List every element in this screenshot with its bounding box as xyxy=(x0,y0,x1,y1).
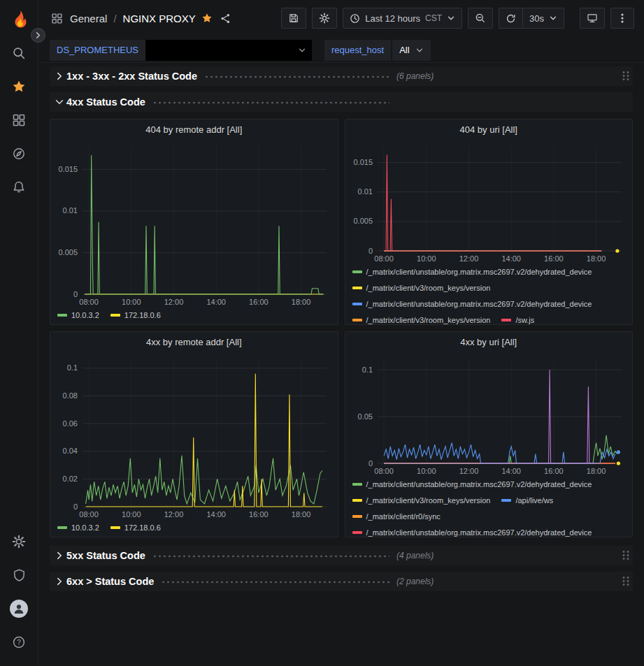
dashboards-icon xyxy=(12,113,26,127)
svg-text:0.1: 0.1 xyxy=(67,363,78,372)
panel-404-by-uri: 404 by uri [All] 08:0010:0012:0014:0016:… xyxy=(345,119,634,325)
row-drag-handle[interactable] xyxy=(622,71,630,82)
refresh-icon xyxy=(506,13,516,24)
sidebar-expand-button[interactable] xyxy=(31,28,45,43)
legend-item[interactable]: /_matrix/client/v3/room_keys/version xyxy=(352,315,491,325)
svg-text:16:00: 16:00 xyxy=(249,298,269,306)
sidebar-item-alerting[interactable] xyxy=(0,171,38,204)
row-dotted-leader xyxy=(152,101,389,104)
gear-icon xyxy=(319,13,330,24)
chart-404-by-remote-addr[interactable]: 08:0010:0012:0014:0016:0018:0000.0050.01… xyxy=(50,139,338,308)
svg-text:14:00: 14:00 xyxy=(206,298,226,306)
flame-icon xyxy=(8,10,29,31)
breadcrumb: General / NGINX PROXY xyxy=(51,13,231,24)
panel-title[interactable]: 404 by uri [All] xyxy=(345,120,633,139)
svg-text:18:00: 18:00 xyxy=(586,254,606,263)
sidebar-item-profile[interactable] xyxy=(0,592,38,625)
row-dotted-leader xyxy=(204,75,389,78)
favorite-star-icon[interactable] xyxy=(201,13,213,24)
chart-canvas: 08:0010:0012:0014:0016:0018:0000.020.040… xyxy=(50,352,338,521)
chart-canvas: 08:0010:0012:0014:0016:0018:0000.0050.01… xyxy=(345,139,633,265)
sidebar-item-dashboards[interactable] xyxy=(0,103,38,137)
legend-label: /_matrix/client/v3/room_keys/version xyxy=(366,496,491,505)
legend-label: /_matrix/client/unstable/org.matrix.msc2… xyxy=(366,268,592,276)
dashboard-title[interactable]: NGINX PROXY xyxy=(123,13,196,24)
chevron-right-icon xyxy=(52,577,66,586)
save-dashboard-button[interactable] xyxy=(281,8,306,29)
sidebar-item-search[interactable] xyxy=(0,36,38,70)
svg-text:10:00: 10:00 xyxy=(122,298,141,306)
legend-item[interactable]: /_matrix/client/unstable/org.matrix.msc2… xyxy=(352,267,592,277)
main-area: General / NGINX PROXY xyxy=(38,0,644,666)
sidebar-item-explore[interactable] xyxy=(0,137,38,171)
variable-request-host-value[interactable]: All xyxy=(392,40,430,61)
sidebar-bottom-group: ? xyxy=(0,525,38,659)
panel-title[interactable]: 404 by remote addr [All] xyxy=(50,120,338,139)
share-icon[interactable] xyxy=(220,13,231,24)
chart-canvas: 08:0010:0012:0014:0016:0018:0000.0050.01… xyxy=(50,139,338,308)
svg-text:12:00: 12:00 xyxy=(164,510,184,519)
chart-404-by-uri[interactable]: 08:0010:0012:0014:0016:0018:0000.0050.01… xyxy=(345,139,633,265)
row-dotted-leader xyxy=(152,555,389,558)
sidebar-item-server-admin[interactable] xyxy=(0,558,38,592)
zoom-out-button[interactable] xyxy=(468,8,493,29)
legend-item[interactable]: 172.18.0.6 xyxy=(110,310,161,320)
legend-item[interactable]: /_matrix/client/v3/room_keys/version xyxy=(352,495,491,505)
legend-label: 172.18.0.6 xyxy=(124,523,161,532)
refresh-interval-dropdown[interactable]: 30s xyxy=(522,8,564,29)
more-options-kebab-button[interactable] xyxy=(610,8,634,29)
chart-4xx-by-remote-addr[interactable]: 08:0010:0012:0014:0016:0018:0000.020.040… xyxy=(50,352,338,521)
legend-label: 10.0.3.2 xyxy=(71,311,99,319)
svg-text:0.06: 0.06 xyxy=(63,419,78,428)
legend-item[interactable]: /_matrix/client/v3/room_keys/version xyxy=(352,283,491,293)
svg-text:12:00: 12:00 xyxy=(459,254,478,263)
legend-item[interactable]: /_matrix/client/unstable/org.matrix.msc2… xyxy=(352,299,592,309)
variable-ds-prometheus-value[interactable] xyxy=(145,40,312,61)
sidebar-item-help[interactable]: ? xyxy=(0,625,38,659)
chart-legend: /_matrix/client/unstable/org.matrix.msc2… xyxy=(345,265,633,325)
row-4xx[interactable]: 4xx Status Code xyxy=(50,92,633,112)
panel-title[interactable]: 4xx by uri [All] xyxy=(345,332,633,352)
svg-text:0.01: 0.01 xyxy=(63,206,78,215)
variable-ds-prometheus-label[interactable]: DS_PROMETHEUS xyxy=(50,40,145,61)
row-drag-handle[interactable] xyxy=(622,550,630,561)
legend-item[interactable]: /sw.js xyxy=(501,315,534,325)
legend-item[interactable]: 10.0.3.2 xyxy=(57,523,99,533)
panel-title[interactable]: 4xx by remote addr [All] xyxy=(50,332,338,352)
row-1xx-3xx-2xx[interactable]: 1xx - 3xx - 2xx Status Code (6 panels) xyxy=(50,66,633,86)
legend-item[interactable]: /_matrix/client/r0/sync xyxy=(352,512,441,521)
legend-label: /api/live/ws xyxy=(515,496,553,505)
svg-text:16:00: 16:00 xyxy=(249,510,269,519)
svg-text:0.05: 0.05 xyxy=(357,412,372,421)
row-5xx[interactable]: 5xx Status Code (4 panels) xyxy=(50,546,633,565)
svg-text:18:00: 18:00 xyxy=(292,510,311,519)
sidebar-item-configuration[interactable] xyxy=(0,525,38,558)
cycle-view-mode-button[interactable] xyxy=(580,8,605,29)
variable-request-host-label[interactable]: request_host xyxy=(324,40,391,61)
row-title-group: 6xx > Status Code xyxy=(66,576,396,587)
legend-item[interactable]: /_matrix/client/unstable/org.matrix.msc2… xyxy=(352,479,592,489)
legend-item[interactable]: /_matrix/client/unstable/org.matrix.msc2… xyxy=(352,528,592,537)
time-range-picker[interactable]: Last 12 hours CST xyxy=(343,8,462,29)
legend-item[interactable]: /api/live/ws xyxy=(501,495,553,505)
row-title: 6xx > Status Code xyxy=(66,576,154,587)
svg-text:0.015: 0.015 xyxy=(58,165,78,173)
sidebar-item-starred[interactable] xyxy=(0,70,38,103)
svg-text:0.01: 0.01 xyxy=(357,187,372,196)
time-range-label: Last 12 hours xyxy=(365,13,420,24)
chevron-down-icon xyxy=(415,46,424,55)
svg-text:18:00: 18:00 xyxy=(586,467,606,475)
star-icon xyxy=(12,80,26,94)
legend-item[interactable]: 10.0.3.2 xyxy=(57,310,99,320)
svg-text:08:00: 08:00 xyxy=(374,254,394,263)
legend-item[interactable]: 172.18.0.6 xyxy=(110,523,161,533)
dashboard-settings-button[interactable] xyxy=(312,8,337,29)
svg-text:12:00: 12:00 xyxy=(164,298,184,306)
chart-4xx-by-uri[interactable]: 08:0010:0012:0014:0016:0018:0000.050.1 xyxy=(345,352,633,477)
row-6xx[interactable]: 6xx > Status Code (2 panels) xyxy=(50,572,633,591)
series-color-swatch xyxy=(352,499,362,502)
refresh-button[interactable] xyxy=(499,8,522,29)
chevron-right-icon xyxy=(52,551,66,560)
breadcrumb-section[interactable]: General xyxy=(70,13,107,24)
row-drag-handle[interactable] xyxy=(622,576,630,587)
